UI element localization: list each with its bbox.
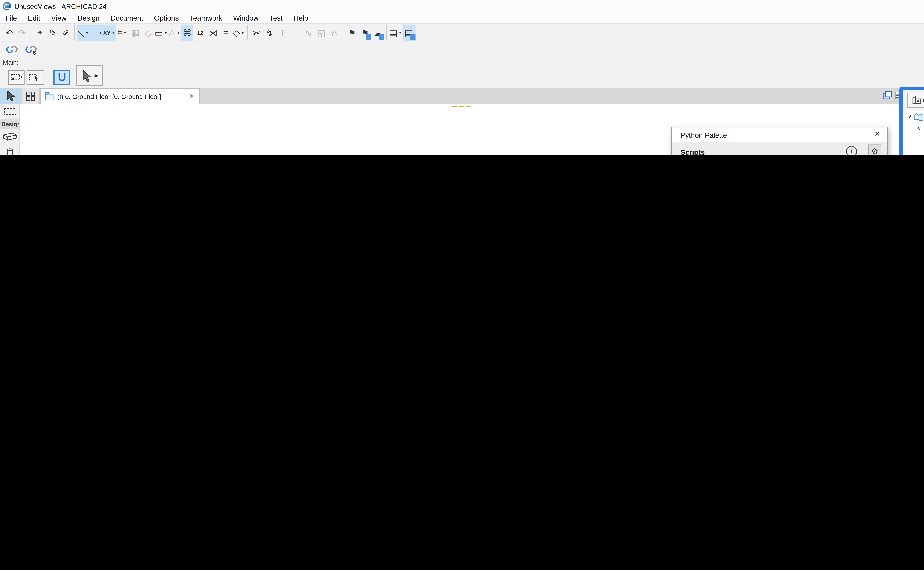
stair-solver-icon[interactable]: ▤▼: [389, 25, 402, 41]
navigator-item-structural-plans[interactable]: ∨Structural Plans: [903, 147, 924, 155]
menu-design[interactable]: Design: [72, 12, 105, 23]
coordinate-input-dropdown-arrow[interactable]: ▼: [111, 31, 115, 35]
title-bar: UnusedViews - ARCHICAD 24 — ❐ ✕: [0, 0, 924, 12]
scripts-label: Scripts: [681, 148, 705, 155]
selection-mini-toolbar: ▶: [0, 66, 924, 88]
editing-plane-icon[interactable]: ◇: [142, 25, 155, 41]
guide-lines-dropdown-arrow[interactable]: ▼: [85, 31, 89, 35]
3d-orbit-dropdown-arrow[interactable]: ▼: [241, 31, 245, 35]
navigator-item-unusedviews[interactable]: ∨UnusedViews: [903, 110, 924, 123]
favorites-icon[interactable]: ▦: [129, 25, 142, 41]
navigator-panel: ▶ ∨UnusedViews∨-- UnusedViews --Workshee…: [903, 90, 924, 155]
archicad-window: UnusedViews - ARCHICAD 24 — ❐ ✕ FileEdit…: [0, 0, 924, 155]
inject-parameters-icon[interactable]: ✎: [46, 25, 59, 41]
menu-options[interactable]: Options: [148, 12, 184, 23]
magic-wand-icon[interactable]: ⌘: [181, 25, 194, 41]
chevron-down-icon[interactable]: ∨: [906, 113, 914, 120]
morph-edit-icon[interactable]: ⌂: [328, 25, 341, 41]
snap-guides-dropdown-arrow[interactable]: ▼: [98, 31, 102, 35]
marquee-tool[interactable]: [0, 104, 20, 119]
area-selection-button[interactable]: [27, 70, 44, 84]
tab-label: (!) 0. Ground Floor [0. Ground Floor]: [57, 92, 161, 100]
marquee-frame-dropdown-arrow[interactable]: ▼: [164, 31, 168, 35]
arrange-tabs-icon[interactable]: [883, 90, 892, 100]
intersect-icon[interactable]: ∟: [289, 25, 302, 41]
toolbar-separator: [247, 25, 248, 40]
window-title: UnusedViews - ARCHICAD 24: [14, 3, 107, 10]
trim-icon[interactable]: ⊤: [276, 25, 289, 41]
suspend-groups-icon[interactable]: [4, 43, 20, 56]
profile-icon[interactable]: ♙▼: [168, 25, 181, 41]
navigator-tree: ∨UnusedViews∨-- UnusedViews --Worksheets…: [903, 110, 924, 155]
navigator-header: ▶: [903, 90, 924, 110]
menu-bar: FileEditViewDesignDocumentOptionsTeamwor…: [0, 12, 924, 23]
tab-overview-button[interactable]: [23, 88, 40, 104]
dimension-guide-icon[interactable]: 12: [194, 25, 206, 41]
column-tool[interactable]: [0, 144, 20, 155]
project-icon: [913, 112, 924, 121]
redo-icon[interactable]: ↷: [16, 25, 29, 41]
grid-snap-icon[interactable]: ⌗▼: [116, 25, 129, 41]
menu-window[interactable]: Window: [228, 12, 264, 23]
toolbox-section-desigr[interactable]: Desigr: [0, 119, 20, 129]
python-palette-close-icon[interactable]: ✕: [875, 130, 880, 138]
marquee-selection-button[interactable]: [8, 70, 24, 84]
snap-guides-icon[interactable]: ⊥▼: [90, 25, 103, 41]
menu-test[interactable]: Test: [264, 12, 288, 23]
stair-settings-icon[interactable]: ▤: [402, 25, 415, 41]
resize-icon[interactable]: ◱: [315, 25, 328, 41]
autogroup-icon[interactable]: S: [23, 43, 39, 56]
project-chooser-icon[interactable]: ▶: [907, 93, 924, 108]
navigator-item-unusedviews[interactable]: ∨-- UnusedViews --: [903, 123, 924, 135]
coordinate-input-icon[interactable]: XY▼: [103, 25, 116, 41]
toolbar-separator: [74, 25, 75, 40]
stretch-icon[interactable]: ⋈: [206, 25, 220, 41]
undo-icon[interactable]: ↶: [3, 25, 16, 41]
menu-edit[interactable]: Edit: [22, 12, 46, 23]
archicad-logo-icon: [3, 2, 11, 10]
toolbar-separator: [386, 25, 387, 40]
navigator-item-worksheets[interactable]: Worksheets: [903, 135, 924, 147]
menu-file[interactable]: File: [0, 12, 22, 23]
menu-teamwork[interactable]: Teamwork: [184, 12, 228, 23]
wall-tool[interactable]: [0, 129, 20, 145]
toolbar-separator: [343, 25, 344, 40]
arrow-tool-flyout-arrow[interactable]: ▶: [95, 73, 98, 78]
cloud-list-icon[interactable]: ☁: [371, 25, 384, 41]
standard-toolbar: ↶↷⌖✎✐◺▼⊥▼XY▼⌗▼▦◇▭▼♙▼⌘12⋈⌗◇▼✂↯⊤∟∿◱⌂⚑⚑☁▤▼▤: [0, 23, 924, 42]
pickup-parameters-icon[interactable]: ⌖: [34, 25, 46, 41]
stair-solver-dropdown-arrow[interactable]: ▼: [398, 31, 402, 35]
trace-reference-dashes: [24, 106, 471, 155]
grid-snap-dropdown-arrow[interactable]: ▼: [123, 31, 127, 35]
info-icon[interactable]: i: [846, 146, 857, 155]
transfer-settings-icon[interactable]: ✐: [59, 25, 72, 41]
guide-lines-icon[interactable]: ◺▼: [77, 25, 90, 41]
menu-document[interactable]: Document: [105, 12, 148, 23]
magnet-button[interactable]: [53, 69, 70, 85]
adjust-icon[interactable]: ↯: [263, 25, 276, 41]
arrow-tool[interactable]: [0, 88, 20, 104]
python-palette-titlebar[interactable]: Python Palette ✕: [672, 127, 887, 143]
flag-icon[interactable]: ⚑: [345, 25, 359, 41]
folder-icon: [923, 124, 924, 133]
python-palette-title: Python Palette: [681, 131, 727, 139]
python-palette: Python Palette ✕ Scripts i ⚙ ∨ Unused it…: [671, 127, 887, 155]
svg-text:S: S: [33, 49, 37, 55]
marquee-frame-icon[interactable]: ▭▼: [155, 25, 168, 41]
arrow-tool-button[interactable]: ▶: [76, 66, 103, 86]
menu-view[interactable]: View: [46, 12, 72, 23]
fillet-icon[interactable]: ∿: [302, 25, 315, 41]
tab-close-icon[interactable]: ✕: [189, 93, 194, 100]
drag-frame-icon[interactable]: ⌗: [220, 25, 232, 41]
scripts-header: Scripts i ⚙: [672, 142, 887, 155]
tab-ground-floor[interactable]: (!) 0. Ground Floor [0. Ground Floor] ✕: [40, 88, 200, 104]
tab-list-icon[interactable]: [895, 90, 903, 100]
split-icon[interactable]: ✂: [250, 25, 263, 41]
chevron-down-icon[interactable]: ∨: [915, 126, 923, 132]
profile-dropdown-arrow[interactable]: ▼: [177, 31, 180, 35]
flag-list-icon[interactable]: ⚑: [359, 25, 371, 41]
gear-icon[interactable]: ⚙: [868, 144, 881, 155]
3d-orbit-icon[interactable]: ◇▼: [232, 25, 246, 41]
menu-help[interactable]: Help: [288, 12, 314, 23]
toolbox: DesigrViewp: [0, 88, 20, 155]
